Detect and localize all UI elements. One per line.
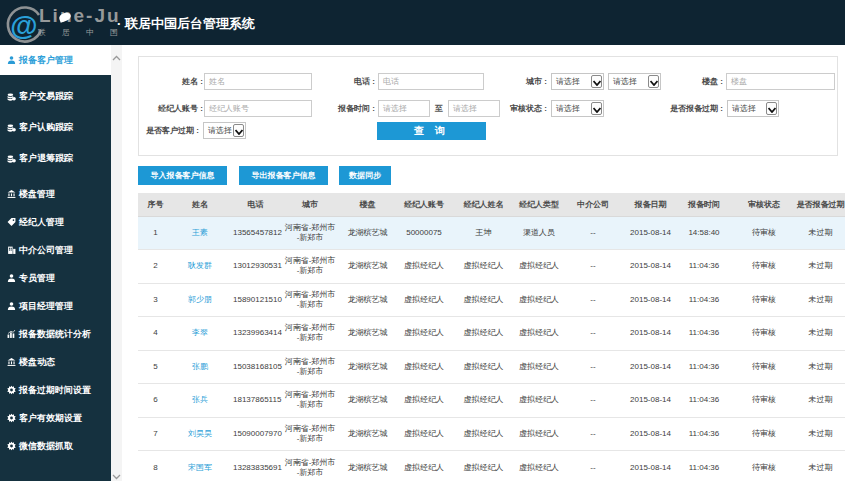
svg-text:@: @ [10,10,37,41]
